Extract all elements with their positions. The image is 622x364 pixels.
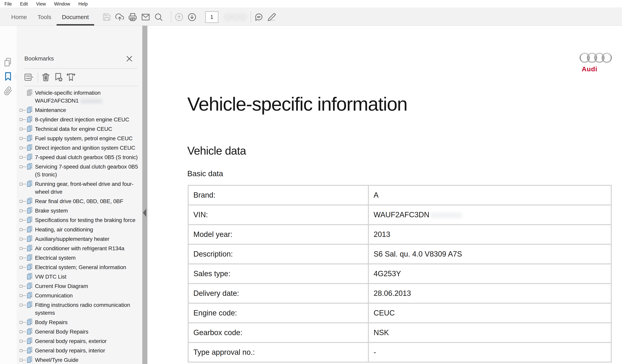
row-value: A (369, 185, 611, 205)
bookmark-expander-box[interactable] (20, 210, 22, 212)
bookmark-expander-box[interactable] (20, 156, 22, 159)
row-label: Brand: (188, 185, 369, 205)
bookmark-expander-box[interactable] (20, 147, 22, 149)
bookmark-options-icon[interactable] (24, 73, 33, 82)
row-value: NSK (369, 323, 611, 343)
bookmark-expander-box[interactable] (20, 200, 22, 203)
bookmark-item[interactable]: Direct injection and ignition system CEU… (17, 143, 142, 153)
tab-tools[interactable]: Tools (32, 8, 57, 25)
delete-bookmark-icon[interactable] (41, 73, 50, 82)
bookmark-item[interactable]: Body Repairs (17, 318, 142, 327)
bookmark-expander-box[interactable] (20, 183, 22, 185)
bookmark-expander-box[interactable] (20, 257, 22, 259)
print-icon[interactable] (128, 13, 137, 21)
bookmark-expander-box[interactable] (20, 165, 22, 168)
comment-icon[interactable] (254, 13, 263, 21)
bookmark-expander-box[interactable] (20, 330, 22, 333)
bookmark-expander-box[interactable] (20, 266, 22, 269)
bookmark-label: Body Repairs (35, 319, 68, 325)
bookmark-expander-box[interactable] (20, 285, 22, 287)
bookmark-item[interactable]: Electrical system; General information (17, 263, 142, 272)
bookmark-item[interactable]: Specifications for testing the braking f… (17, 215, 142, 225)
bookmark-item[interactable]: Running gear, front-wheel drive and four… (17, 179, 142, 197)
bookmark-item[interactable]: Fitting instructions radio communication… (17, 300, 142, 318)
bookmark-item[interactable]: Rear final drive 0BC, 0BD, 0BE, 0BF (17, 197, 142, 206)
bookmark-expander-box[interactable] (20, 137, 22, 140)
tab-document[interactable]: Document (57, 8, 94, 25)
bookmark-ribbon-icon (26, 216, 33, 224)
page-number-input[interactable]: 1 (205, 11, 218, 23)
bookmark-item[interactable]: Servicing 7-speed dual clutch gearbox 0B… (17, 162, 142, 179)
row-value: S6 Sal. qu. 4.0 V8309 A7S (369, 244, 611, 264)
search-icon[interactable] (154, 13, 163, 21)
bookmark-item[interactable]: Brake system (17, 206, 142, 215)
collapse-panel-icon[interactable] (143, 209, 146, 217)
bookmark-item[interactable]: Auxiliary/supplementary heater (17, 234, 142, 244)
close-panel-icon[interactable] (126, 56, 133, 62)
bookmarks-panel-icon[interactable] (3, 72, 13, 81)
bookmark-expander-box[interactable] (20, 219, 22, 222)
bookmark-expander-box[interactable] (20, 294, 22, 297)
next-page-icon[interactable] (188, 13, 196, 21)
audi-rings-icon (579, 51, 612, 65)
toolbar-icon-group (102, 13, 167, 21)
bookmark-item[interactable]: Air conditioner with refrigerant R134a (17, 244, 142, 253)
bookmark-item[interactable]: Maintenance (17, 105, 142, 115)
toolbar: Home Tools Document 1 (0, 9, 622, 26)
highlight-icon[interactable] (268, 13, 276, 21)
bookmark-expander-box[interactable] (20, 118, 22, 121)
bookmark-ribbon-icon (26, 180, 33, 188)
bookmark-item[interactable]: VW DTC List (17, 272, 142, 282)
bookmark-item[interactable]: General body repairs, interior (17, 346, 142, 355)
bookmark-item[interactable]: Communication (17, 291, 142, 300)
panel-scrollbar[interactable] (142, 26, 147, 364)
bookmark-expander-box[interactable] (20, 359, 22, 362)
table-row: Sales type: 4G253Y (188, 264, 611, 284)
tab-home[interactable]: Home (6, 8, 32, 25)
menu-help[interactable]: Help (74, 0, 92, 8)
bookmark-item[interactable]: Electrical system (17, 253, 142, 263)
bookmark-ribbon-icon (26, 264, 33, 271)
bookmark-item[interactable]: General Body Repairs (17, 327, 142, 337)
share-upload-icon[interactable] (115, 13, 124, 21)
page-thumbnails-icon[interactable] (3, 58, 13, 67)
bookmark-label: Running gear, front-wheel drive and four… (35, 181, 134, 195)
menu-window[interactable]: Window (50, 0, 74, 8)
bookmark-ribbon-icon (26, 125, 33, 133)
attachments-icon[interactable] (3, 86, 13, 96)
bookmark-expander-box[interactable] (20, 349, 22, 352)
bookmark-expander-box[interactable] (20, 238, 22, 240)
menu-view[interactable]: View (32, 0, 50, 8)
row-value: - (369, 343, 611, 362)
bookmark-expander-box[interactable] (20, 304, 22, 307)
email-icon[interactable] (141, 13, 150, 21)
bookmark-item[interactable]: 7-speed dual clutch gearbox 0B5 (S troni… (17, 153, 142, 162)
bookmark-expander-box[interactable] (20, 340, 22, 343)
menu-file[interactable]: File (0, 0, 16, 8)
menu-edit[interactable]: Edit (16, 0, 32, 8)
bookmark-item[interactable]: Heating, air conditioning (17, 225, 142, 234)
table-row: VIN: WAUF2AFC3DN (188, 205, 611, 225)
bookmark-expander-box[interactable] (20, 247, 22, 250)
new-bookmark-icon[interactable] (54, 73, 63, 82)
bookmark-item[interactable]: Vehicle-specific information WAUF2AFC3DN… (17, 88, 142, 105)
expand-current-bookmark-icon[interactable] (66, 73, 76, 82)
bookmark-item[interactable]: Technical data for engine CEUC (17, 124, 142, 134)
bookmark-expander-box[interactable] (20, 109, 22, 112)
bookmark-item[interactable]: 8-cylinder direct injection engine CEUC (17, 115, 142, 124)
bookmark-label: 7-speed dual clutch gearbox 0B5 (S troni… (35, 154, 137, 160)
bookmark-item[interactable]: Fuel supply system, petrol engine CEUC (17, 134, 142, 143)
bookmark-item[interactable]: Wheel/Tyre Guide (17, 355, 142, 364)
bookmark-ribbon-icon (26, 106, 33, 114)
bookmark-item[interactable]: Current Flow Diagram (17, 282, 142, 291)
audi-logo: Audi (579, 51, 613, 73)
table-row: Engine code: CEUC (188, 303, 611, 323)
bookmark-item[interactable]: General body repairs, exterior (17, 337, 142, 346)
bookmark-expander-box[interactable] (20, 321, 22, 324)
row-label: Type approval no.: (188, 343, 369, 362)
row-label: Model year: (188, 225, 369, 244)
bookmark-expander-box[interactable] (20, 228, 22, 231)
row-label: Gearbox code: (188, 323, 369, 343)
bookmark-expander-box[interactable] (20, 128, 22, 131)
bookmark-label: Servicing 7-speed dual clutch gearbox 0B… (35, 164, 138, 178)
